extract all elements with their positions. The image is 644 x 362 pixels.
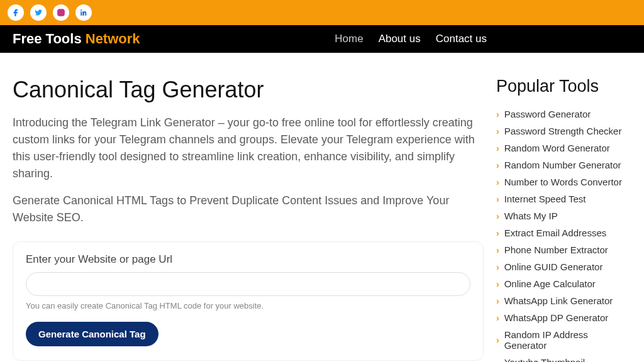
tool-item[interactable]: ›Random Number Generator (496, 160, 631, 170)
tool-label: Youtube Thumbnail Downloader (504, 357, 631, 362)
tool-item[interactable]: ›Whats My IP (496, 211, 631, 221)
tool-label: Online Age Calculator (504, 278, 596, 289)
tool-label: Random Number Generator (504, 160, 621, 170)
nav-contact[interactable]: Contact us (436, 33, 487, 45)
tool-item[interactable]: ›Internet Speed Test (496, 194, 631, 204)
form-card: Enter your Website or page Url You can e… (13, 241, 484, 361)
page-title: Canonical Tag Generator (13, 77, 484, 103)
main-column: Canonical Tag Generator Introducing the … (13, 65, 484, 362)
chevron-right-icon: › (496, 160, 499, 170)
tool-item[interactable]: ›WhatsApp Link Generator (496, 295, 631, 306)
tool-item[interactable]: ›Password Strength Checker (496, 126, 631, 136)
svg-point-1 (60, 11, 63, 14)
tool-item[interactable]: ›Online Age Calculator (496, 278, 631, 289)
tool-label: Random IP Address Generator (504, 329, 631, 351)
tool-label: Number to Words Convertor (504, 177, 622, 187)
tool-label: Online GUID Generator (504, 261, 603, 272)
tool-item[interactable]: ›Phone Number Extractor (496, 244, 631, 255)
chevron-right-icon: › (496, 211, 499, 221)
tool-item[interactable]: ›Extract Email Addresses (496, 228, 631, 238)
chevron-right-icon: › (496, 143, 499, 153)
form-help: You can easily create Canonical Tag HTML… (26, 301, 470, 310)
tool-label: Extract Email Addresses (504, 228, 607, 238)
url-input[interactable] (26, 272, 470, 296)
linkedin-icon[interactable] (75, 4, 92, 21)
tool-item[interactable]: ›Number to Words Convertor (496, 177, 631, 187)
chevron-right-icon: › (496, 335, 499, 345)
chevron-right-icon: › (496, 245, 499, 255)
tool-label: Random Word Generator (504, 143, 610, 153)
instagram-icon[interactable] (53, 4, 69, 21)
generate-button[interactable]: Generate Canonical Tag (26, 322, 158, 346)
tool-item[interactable]: ›Random IP Address Generator (496, 329, 631, 351)
logo-word1: Free Tools (13, 31, 82, 47)
chevron-right-icon: › (496, 228, 499, 238)
nav-links: Home About us Contact us (335, 33, 487, 45)
logo-word2: Network (82, 31, 140, 47)
chevron-right-icon: › (496, 279, 499, 289)
sidebar: Popular Tools ›Password Generator›Passwo… (496, 65, 631, 362)
sub-text: Generate Canonical HTML Tags to Prevent … (13, 192, 484, 226)
tool-label: Internet Speed Test (504, 194, 586, 204)
facebook-icon[interactable] (8, 4, 24, 21)
tool-label: Password Strength Checker (504, 126, 622, 136)
nav-home[interactable]: Home (335, 33, 363, 45)
chevron-right-icon: › (496, 296, 499, 306)
chevron-right-icon: › (496, 126, 499, 136)
logo[interactable]: Free Tools Network (13, 31, 140, 47)
chevron-right-icon: › (496, 194, 499, 204)
url-label: Enter your Website or page Url (26, 253, 470, 266)
nav-bar: Free Tools Network Home About us Contact… (0, 25, 644, 53)
svg-point-2 (63, 10, 64, 11)
chevron-right-icon: › (496, 313, 499, 323)
tool-label: WhatsApp Link Generator (504, 295, 613, 306)
tool-item[interactable]: ›WhatsApp DP Generator (496, 312, 631, 323)
tool-item[interactable]: ›Random Word Generator (496, 143, 631, 153)
intro-text: Introducing the Telegram Link Generator … (13, 114, 484, 182)
social-bar (0, 0, 644, 25)
tool-list: ›Password Generator›Password Strength Ch… (496, 109, 631, 362)
chevron-right-icon: › (496, 262, 499, 272)
chevron-right-icon: › (496, 109, 499, 119)
chevron-right-icon: › (496, 177, 499, 187)
tool-label: WhatsApp DP Generator (504, 312, 609, 323)
tool-item[interactable]: ›Password Generator (496, 109, 631, 119)
sidebar-title: Popular Tools (496, 77, 631, 96)
tool-label: Phone Number Extractor (504, 244, 608, 255)
twitter-icon[interactable] (30, 4, 47, 21)
tool-item[interactable]: ›Online GUID Generator (496, 261, 631, 272)
tool-item[interactable]: ›Youtube Thumbnail Downloader (496, 357, 631, 362)
tool-label: Password Generator (504, 109, 591, 119)
nav-about[interactable]: About us (379, 33, 421, 45)
main-content: Canonical Tag Generator Introducing the … (0, 53, 644, 362)
tool-label: Whats My IP (504, 211, 558, 221)
